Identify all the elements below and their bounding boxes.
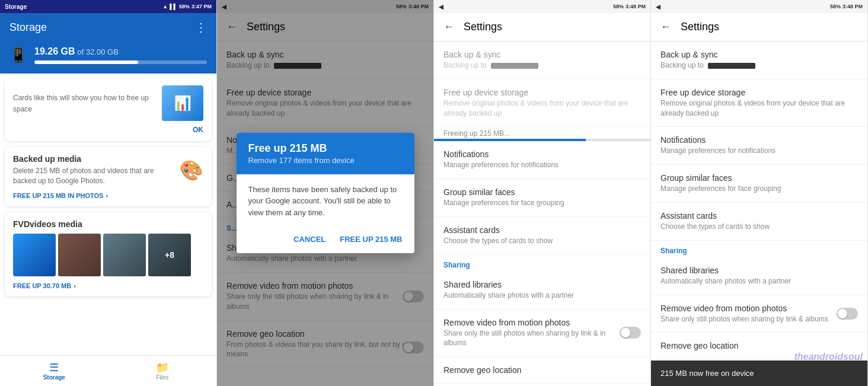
panel1-content: Cards like this will show you how to fre… <box>0 74 216 355</box>
settings-item-freeup-4[interactable]: Free up device storage Remove original p… <box>651 79 867 127</box>
dialog-actions: CANCEL FREE UP 215 MB <box>237 228 414 253</box>
settings-panel-2: ◀ 58% 3:48 PM ← Settings Back up & sync … <box>217 0 434 386</box>
media-thumb-plus[interactable]: +8 <box>148 234 191 276</box>
toggle-remove-video-3[interactable] <box>620 327 641 339</box>
settings-item-geo-3[interactable]: Remove geo location <box>434 357 650 384</box>
status-left-1: Storage <box>5 4 27 10</box>
settings-item-shared-libs-4[interactable]: Shared libraries Automatically share pho… <box>651 257 867 295</box>
media-title: FVDvideos media <box>13 219 203 229</box>
backed-desc: Delete 215 MB of photos and videos that … <box>13 166 174 186</box>
promo-illustration: 📊 <box>162 85 203 121</box>
snackbar: 215 MB now free on device <box>651 361 867 386</box>
storage-of: of 32.00 GB <box>77 47 118 56</box>
storage-nav-label: Storage <box>43 374 65 381</box>
battery-icon: 58% <box>179 4 190 9</box>
bottom-nav: ☰ Storage 📁 Files <box>0 355 216 386</box>
files-nav-label: Files <box>156 374 168 381</box>
status-bar-3: ◀ 58% 3:48 PM <box>434 0 650 13</box>
settings-item-notif-3[interactable]: Notifications Manage preferences for not… <box>434 141 650 179</box>
settings-list-3: Back up & sync Backing up to Free up dev… <box>434 42 650 386</box>
settings-bar-4: ← Settings <box>651 13 867 42</box>
settings-item-backup-3[interactable]: Back up & sync Backing up to <box>434 42 650 79</box>
nav-storage[interactable]: ☰ Storage <box>0 356 108 386</box>
settings-item-notif-4[interactable]: Notifications Manage preferences for not… <box>651 127 867 165</box>
app-bar-1: Storage ⋮ <box>0 13 216 42</box>
section-sharing-3: Sharing <box>434 255 650 272</box>
cancel-button[interactable]: CANCEL <box>291 232 328 246</box>
storage-amount: 19.26 GB <box>34 46 75 57</box>
battery-4: 58% <box>830 4 841 9</box>
dialog-overlay: Free up 215 MB Remove 177 items from dev… <box>217 0 433 386</box>
promo-text-area: Cards like this will show you how to fre… <box>13 92 162 114</box>
promo-card: Cards like this will show you how to fre… <box>5 78 212 141</box>
status-right-1: ▲ ▌▌ 58% 3:47 PM <box>162 4 212 9</box>
settings-item-remove-video-3[interactable]: Remove video from motion photos Share on… <box>434 310 650 358</box>
media-grid: +8 <box>13 234 203 276</box>
settings-panel-4: ◀ 58% 3:48 PM ← Settings Back up & sync … <box>651 0 868 386</box>
settings-item-faces-4[interactable]: Group similar faces Manage preferences f… <box>651 165 867 203</box>
media-thumb-3[interactable] <box>103 234 146 276</box>
settings-item-assistant-3[interactable]: Assistant cards Choose the types of card… <box>434 217 650 255</box>
settings-item-backup-4[interactable]: Back up & sync Backing up to <box>651 42 867 79</box>
storage-header: 📱 19.26 GB of 32.00 GB <box>0 42 216 74</box>
settings-item-assistant-4[interactable]: Assistant cards Choose the types of card… <box>651 203 867 241</box>
dialog-subtitle: Remove 177 items from device <box>248 156 403 165</box>
settings-item-faces-3[interactable]: Group similar faces Manage preferences f… <box>434 179 650 217</box>
storage-panel: Storage ▲ ▌▌ 58% 3:47 PM Storage ⋮ 📱 19.… <box>0 0 217 386</box>
settings-title-4: Settings <box>681 21 719 33</box>
backed-info: Backed up media Delete 215 MB of photos … <box>13 154 174 186</box>
menu-icon[interactable]: ⋮ <box>195 20 207 34</box>
settings-bar-3: ← Settings <box>434 13 650 42</box>
storage-bar <box>34 60 207 64</box>
app-title-1: Storage <box>9 21 47 34</box>
storage-info: 19.26 GB of 32.00 GB <box>34 46 207 64</box>
media-section: FVDvideos media +8 FREE UP 30.70 MB › <box>5 212 212 296</box>
settings-panel-3: ◀ 58% 3:48 PM ← Settings Back up & sync … <box>434 0 651 386</box>
time-4: 3:48 PM <box>843 4 863 9</box>
wifi-icon: ▲ <box>162 4 168 9</box>
back-button-3[interactable]: ← <box>443 21 454 33</box>
settings-item-shared-libs-3[interactable]: Shared libraries Automatically share pho… <box>434 272 650 310</box>
phone-icon: 📱 <box>9 47 27 63</box>
free-up-confirm-button[interactable]: FREE UP 215 MB <box>337 232 404 246</box>
promo-desc: Cards like this will show you how to fre… <box>13 94 149 113</box>
dialog-title: Free up 215 MB <box>248 142 403 155</box>
battery-3: 58% <box>613 4 624 9</box>
settings-list-4: Back up & sync Backing up to Free up dev… <box>651 42 867 386</box>
status-bar-4: ◀ 58% 3:48 PM <box>651 0 867 13</box>
time-1: 3:47 PM <box>192 4 212 9</box>
settings-item-freeup-3[interactable]: Free up device storage Remove original p… <box>434 79 650 127</box>
free-up-button[interactable]: FREE UP 215 MB IN PHOTOS › <box>13 192 203 199</box>
media-thumb-2[interactable] <box>58 234 101 276</box>
nav-files[interactable]: 📁 Files <box>108 356 217 386</box>
backed-card: Backed up media Delete 215 MB of photos … <box>5 147 212 206</box>
free-media-button[interactable]: FREE UP 30.70 MB › <box>13 282 203 289</box>
dialog-header: Free up 215 MB Remove 177 items from dev… <box>237 133 414 174</box>
back-button-4[interactable]: ← <box>660 21 671 33</box>
promo-inner: Cards like this will show you how to fre… <box>13 85 203 121</box>
status-bar-1: Storage ▲ ▌▌ 58% 3:47 PM <box>0 0 216 13</box>
backed-title: Backed up media <box>13 154 174 164</box>
settings-item-remove-video-4[interactable]: Remove video from motion photos Share on… <box>651 295 867 333</box>
backed-card-inner: Backed up media Delete 215 MB of photos … <box>13 154 203 186</box>
media-thumb-1[interactable] <box>13 234 56 276</box>
storage-nav-icon: ☰ <box>49 361 59 374</box>
ok-button[interactable]: OK <box>13 126 203 134</box>
signal-icon: ▌▌ <box>170 4 177 9</box>
pinwheel-icon: 🎨 <box>180 159 203 181</box>
app-name-status: Storage <box>5 4 27 10</box>
freeing-label: Freeing up 215 MB... <box>434 127 650 139</box>
settings-title-3: Settings <box>464 21 502 33</box>
section-sharing-4: Sharing <box>651 241 867 257</box>
files-nav-icon: 📁 <box>156 361 169 374</box>
time-3: 3:48 PM <box>626 4 646 9</box>
free-up-dialog: Free up 215 MB Remove 177 items from dev… <box>237 133 414 254</box>
dialog-body: These items have been safely backed up t… <box>237 174 414 228</box>
storage-bar-fill <box>34 60 138 64</box>
toggle-remove-video-4[interactable] <box>837 308 858 320</box>
